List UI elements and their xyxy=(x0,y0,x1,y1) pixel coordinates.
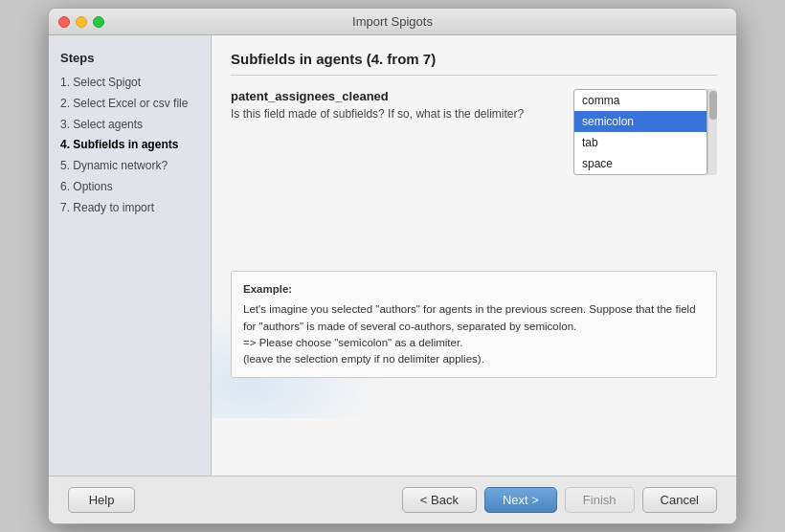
help-button[interactable]: Help xyxy=(68,487,135,513)
minimize-button[interactable] xyxy=(76,16,87,28)
cancel-button[interactable]: Cancel xyxy=(642,487,717,513)
sidebar-item-4: Subfields in agents xyxy=(60,137,199,153)
footer: Help < Back Next > Finish Cancel xyxy=(49,476,736,523)
sidebar-item-3: Select agents xyxy=(60,117,199,133)
panel-title: Subfields in agents (4. from 7) xyxy=(231,51,717,76)
steps-list: Select Spigot Select Excel or csv file S… xyxy=(60,75,199,216)
field-name: patent_assignees_cleaned xyxy=(231,89,554,103)
close-button[interactable] xyxy=(58,16,70,28)
sidebar-item-2: Select Excel or csv file xyxy=(60,96,199,112)
example-text: Let's imagine you selected "authors" for… xyxy=(243,301,705,367)
scrollbar[interactable] xyxy=(707,89,717,175)
field-row: patent_assignees_cleaned Is this field m… xyxy=(231,89,717,175)
next-button[interactable]: Next > xyxy=(484,487,557,513)
field-question: Is this field made of subfields? If so, … xyxy=(231,107,554,121)
sidebar-heading: Steps xyxy=(60,51,199,65)
traffic-lights xyxy=(58,16,104,28)
sidebar-item-6: Options xyxy=(60,179,199,195)
main-panel: Subfields in agents (4. from 7) patent_a… xyxy=(212,35,736,476)
delimiter-comma[interactable]: comma xyxy=(574,90,706,111)
scrollbar-thumb xyxy=(709,91,717,120)
maximize-button[interactable] xyxy=(93,16,104,28)
delimiter-space[interactable]: space xyxy=(574,153,706,174)
sidebar: Steps Select Spigot Select Excel or csv … xyxy=(49,35,212,476)
back-button[interactable]: < Back xyxy=(402,487,477,513)
example-label: Example: xyxy=(243,281,705,298)
delimiter-list-wrap: comma semicolon tab space xyxy=(573,89,717,175)
window-title: Import Spigots xyxy=(352,14,433,29)
finish-button[interactable]: Finish xyxy=(565,487,635,513)
delimiter-list[interactable]: comma semicolon tab space xyxy=(573,89,707,175)
titlebar: Import Spigots xyxy=(49,9,736,35)
example-box: Example: Let's imagine you selected "aut… xyxy=(231,271,717,378)
field-info: patent_assignees_cleaned Is this field m… xyxy=(231,89,554,121)
content-area: Steps Select Spigot Select Excel or csv … xyxy=(49,35,736,476)
delimiter-tab[interactable]: tab xyxy=(574,132,706,153)
main-window: Import Spigots Steps Select Spigot Selec… xyxy=(48,8,737,524)
sidebar-item-7: Ready to import xyxy=(60,200,199,216)
sidebar-item-5: Dynamic network? xyxy=(60,158,199,174)
delimiter-semicolon[interactable]: semicolon xyxy=(574,111,706,132)
sidebar-item-1: Select Spigot xyxy=(60,75,199,91)
